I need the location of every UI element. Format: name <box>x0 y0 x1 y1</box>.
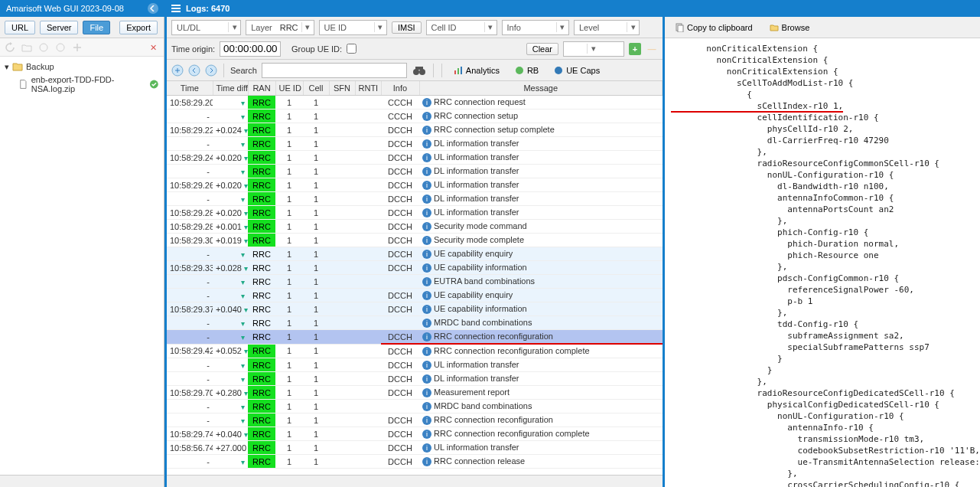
plus-icon[interactable] <box>72 42 83 53</box>
uecaps-button[interactable]: UE Caps <box>549 64 605 77</box>
table-row[interactable]: 10:58:29.288+0.001 ▾RRC11DCCHiSecurity m… <box>167 220 663 234</box>
column-header[interactable]: Time <box>167 81 213 96</box>
down-arrow-icon: ▾ <box>244 237 248 245</box>
sidebar-scrollbar[interactable] <box>0 475 164 487</box>
info-icon: i <box>422 388 431 397</box>
table-row[interactable]: 10:58:29.203▾RRC11CCCHiRRC connection re… <box>167 96 663 109</box>
column-header[interactable]: RNTI <box>355 81 381 96</box>
info-combo[interactable]: Info▾ <box>502 20 569 35</box>
tree-file[interactable]: enb-export-TDD-FDD-NSA.log.zip <box>5 74 159 95</box>
url-button[interactable]: URL <box>5 21 35 34</box>
chevron-left-icon <box>150 5 156 11</box>
layer-combo[interactable]: LayerRRC▾ <box>246 20 314 35</box>
refresh2-icon[interactable] <box>55 42 66 53</box>
table-row[interactable]: -▾RRC11DCCHiUE capability enquiry <box>167 247 663 261</box>
table-row[interactable]: 10:58:29.375+0.040 ▾RRC11DCCHiUE capabil… <box>167 302 663 316</box>
remove-icon[interactable]: — <box>646 43 658 55</box>
table-row[interactable]: 10:58:29.747+0.040 ▾RRC11DCCHiRRC connec… <box>167 427 663 441</box>
uldl-combo[interactable]: UL/DL▾ <box>171 20 241 35</box>
svg-rect-2 <box>171 11 181 12</box>
column-header[interactable]: Message <box>419 81 663 96</box>
table-row[interactable]: 10:58:29.227+0.024 ▾RRC11DCCHiRRC connec… <box>167 123 663 137</box>
down-arrow-icon: ▾ <box>241 99 245 107</box>
copy-button[interactable]: Copy to clipboard <box>669 21 758 34</box>
center-scrollbar[interactable] <box>167 475 663 487</box>
collapse-sidebar-button[interactable] <box>148 3 158 14</box>
export-button[interactable]: Export <box>119 21 158 34</box>
binoculars-icon[interactable] <box>412 64 427 77</box>
sidebar: URL Server File Export ✕ ▾ Backup <box>0 17 164 487</box>
column-header[interactable]: RAN <box>248 81 275 96</box>
imsi-button[interactable]: IMSI <box>392 21 422 34</box>
table-row[interactable]: -▾RRC11DCCHiRRC connection reconfigurati… <box>167 330 663 345</box>
table-row[interactable]: -▾RRC11DCCHiRRC connection release <box>167 455 663 469</box>
down-arrow-icon: ▾ <box>241 140 245 149</box>
column-header[interactable]: Info <box>381 81 419 96</box>
svg-rect-1 <box>171 8 181 9</box>
table-row[interactable]: 10:58:56.747+27.000 ▾RRC11DCCHiUL inform… <box>167 441 663 455</box>
down-arrow-icon: ▾ <box>241 458 245 466</box>
svg-point-16 <box>555 67 562 74</box>
down-arrow-icon: ▾ <box>241 375 245 384</box>
prev-nav-icon[interactable] <box>188 64 200 77</box>
log-grid[interactable]: TimeTime diffRANUE IDCellSFNRNTIInfoMess… <box>167 81 663 475</box>
table-row[interactable]: 10:58:29.707+0.280 ▾RRC11DCCHiMeasuremen… <box>167 386 663 400</box>
info-icon: i <box>422 402 431 411</box>
next-nav-icon[interactable] <box>205 64 217 77</box>
table-row[interactable]: 10:58:29.247+0.020 ▾RRC11DCCHiUL informa… <box>167 151 663 165</box>
folder-open-icon[interactable] <box>21 42 32 53</box>
app-header: Amarisoft Web GUI 2023-09-08 <box>0 0 164 17</box>
ueid-combo[interactable]: UE ID▾ <box>319 20 387 35</box>
table-row[interactable]: -▾RRC11DCCHiDL information transfer <box>167 192 663 206</box>
time-origin-input[interactable] <box>220 41 281 57</box>
clear-button[interactable]: Clear <box>526 43 558 55</box>
table-row[interactable]: -▾RRC11iMRDC band combinations <box>167 400 663 413</box>
detail-code[interactable]: nonCriticalExtension { nonCriticalExtens… <box>665 38 980 487</box>
browse-button[interactable]: Browse <box>764 21 816 34</box>
info-icon: i <box>422 112 431 121</box>
file-button[interactable]: File <box>83 21 110 34</box>
tree-root[interactable]: ▾ Backup <box>5 60 159 74</box>
info-icon: i <box>422 194 431 204</box>
table-row[interactable]: -▾RRC11DCCHiDL information transfer <box>167 137 663 151</box>
column-header[interactable]: Cell <box>303 81 329 96</box>
search-input[interactable] <box>262 63 407 78</box>
close-icon[interactable]: ✕ <box>150 43 159 52</box>
info-icon: i <box>422 430 431 439</box>
info-icon: i <box>422 347 431 356</box>
table-row[interactable]: -▾RRC11DCCHiDL information transfer <box>167 372 663 386</box>
server-button[interactable]: Server <box>40 21 78 34</box>
table-row[interactable]: 10:58:29.287+0.020 ▾RRC11DCCHiUL informa… <box>167 206 663 220</box>
table-row[interactable]: -▾RRC11DCCHiDL information transfer <box>167 165 663 178</box>
rb-button[interactable]: RB <box>510 64 544 77</box>
analytics-button[interactable]: Analytics <box>448 64 505 77</box>
info-icon: i <box>422 126 431 135</box>
table-row[interactable]: -▾RRC11DCCHiUE capability enquiry <box>167 289 663 302</box>
clear-combo[interactable]: ▾ <box>563 41 624 57</box>
level-combo[interactable]: Level▾ <box>574 20 640 35</box>
svg-point-7 <box>189 65 200 76</box>
column-header[interactable]: Time diff <box>213 81 248 96</box>
table-row[interactable]: -▾RRC11DCCHiRRC connection reconfigurati… <box>167 413 663 427</box>
table-row[interactable]: -▾RRC11DCCHiUL information transfer <box>167 358 663 372</box>
down-arrow-icon: ▾ <box>244 430 248 439</box>
refresh-icon[interactable] <box>5 42 15 53</box>
add-icon[interactable]: + <box>629 43 641 55</box>
table-row[interactable]: -▾RRC11iMRDC band combinations <box>167 316 663 330</box>
tree-file-label: enb-export-TDD-FDD-NSA.log.zip <box>31 75 147 93</box>
table-row[interactable]: 10:58:29.307+0.019 ▾RRC11DCCHiSecurity m… <box>167 234 663 247</box>
table-row[interactable]: 10:58:29.335+0.028 ▾RRC11DCCHiUE capabil… <box>167 261 663 275</box>
table-row[interactable]: 10:58:29.267+0.020 ▾RRC11DCCHiUL informa… <box>167 178 663 192</box>
home-nav-icon[interactable] <box>171 64 184 77</box>
cellid-combo[interactable]: Cell ID▾ <box>426 20 497 35</box>
table-row[interactable]: -▾RRC11CCCHiRRC connection setup <box>167 109 663 123</box>
chevron-down-icon: ▾ <box>484 22 497 32</box>
group-ueid-checkbox[interactable] <box>347 44 357 54</box>
info-icon: i <box>422 332 431 342</box>
chevron-down-icon: ▾ <box>627 22 639 32</box>
column-header[interactable]: SFN <box>329 81 355 96</box>
table-row[interactable]: 10:58:29.427+0.052 ▾RRC11DCCHiRRC connec… <box>167 344 663 358</box>
circle-icon[interactable] <box>38 42 49 53</box>
table-row[interactable]: -▾RRC11iEUTRA band combinations <box>167 275 663 289</box>
column-header[interactable]: UE ID <box>275 81 303 96</box>
